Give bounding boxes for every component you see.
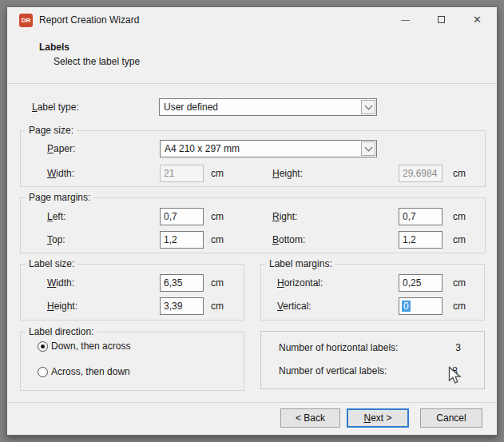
vertical-margin-label: Vertical: [277,297,312,315]
header-separator [7,83,497,84]
margin-left-unit: cm [211,208,224,225]
labels-summary-panel: Number of horizontal labels: 3 Number of… [260,331,485,389]
margin-bottom-input[interactable] [399,231,442,249]
chevron-down-icon [364,102,372,110]
label-type-dropdown-button[interactable] [361,100,375,114]
label-height-input[interactable] [160,297,204,315]
label-type-value: User defined [164,99,218,115]
page-height-input [399,165,442,182]
radio-label: Down, then across [51,340,130,352]
label-direction-group: Label direction: Down, then across Acros… [20,332,244,391]
cancel-button[interactable]: Cancel [420,408,482,428]
page-size-legend: Page size: [26,125,77,137]
horizontal-margin-label: Horizontal: [277,274,323,292]
margin-right-unit: cm [453,208,466,225]
page-width-input [160,165,204,182]
paper-label: Paper: [47,140,75,157]
margin-top-label: Top: [47,231,65,249]
page-height-label: Height: [272,165,303,182]
radio-button-icon[interactable] [38,341,48,352]
radio-down-then-across[interactable]: Down, then across [38,338,130,354]
next-button[interactable]: Next > [347,408,409,428]
page-width-unit: cm [211,165,224,182]
paper-value: A4 210 x 297 mm [165,141,240,157]
horizontal-labels-count-value: 3 [442,340,461,356]
paper-select[interactable]: A4 210 x 297 mm [160,140,377,157]
maximize-icon [438,16,445,23]
label-type-label: Label type: [32,98,79,116]
page-size-group: Page size: Paper: A4 210 x 297 mm Width:… [20,130,486,187]
vertical-labels-count-value: 8 [439,363,458,379]
footer-separator [7,402,497,403]
page-margins-legend: Page margins: [26,192,93,204]
vertical-labels-count-label: Number of vertical labels: [279,363,387,379]
label-height-label: Height: [47,297,77,315]
vertical-margin-input[interactable]: 0 [399,297,442,315]
minimize-button[interactable]: — [387,7,423,31]
margin-top-unit: cm [211,231,224,249]
radio-button-icon[interactable] [38,367,48,377]
margin-right-label: Right: [272,208,297,225]
app-icon: DR [19,14,33,27]
back-button[interactable]: < Back [280,408,340,428]
close-icon: ✕ [473,14,482,26]
label-width-label: Width: [47,274,74,292]
margin-left-label: Left: [47,208,65,225]
margin-top-input[interactable] [160,231,204,249]
page-subtitle: Select the label type [54,56,140,67]
label-width-input[interactable] [160,274,204,292]
vertical-margin-unit: cm [453,297,466,315]
paper-dropdown-button[interactable] [361,141,375,156]
horizontal-margin-unit: cm [453,274,466,292]
radio-across-then-down[interactable]: Across, then down [38,364,130,380]
radio-label: Across, then down [51,366,130,377]
title-bar: DR Report Creation Wizard — ✕ [7,7,497,33]
label-height-unit: cm [211,297,224,315]
label-width-unit: cm [211,274,224,292]
window-title: Report Creation Wizard [39,14,139,26]
page-margins-group: Page margins: Left: cm Right: cm Top: cm… [20,197,486,253]
label-size-group: Label size: Width: cm Height: cm [20,264,244,321]
margin-bottom-unit: cm [453,231,466,249]
label-margins-legend: Label margins: [266,258,335,270]
horizontal-labels-count-label: Number of horizontal labels: [279,340,398,356]
selected-text: 0 [402,301,411,312]
margin-left-input[interactable] [160,208,204,225]
minimize-icon: — [401,14,410,24]
close-button[interactable]: ✕ [459,7,495,31]
margin-right-input[interactable] [399,208,442,225]
page-width-label: Width: [47,165,74,182]
label-type-select[interactable]: User defined [159,98,377,116]
report-creation-wizard-window: DR Report Creation Wizard — ✕ Labels Sel… [6,6,498,436]
label-margins-group: Label margins: Horizontal: cm Vertical: … [260,264,485,321]
page-title: Labels [39,42,69,53]
label-size-legend: Label size: [26,258,77,270]
maximize-button[interactable] [423,7,459,31]
label-direction-legend: Label direction: [26,326,97,338]
horizontal-margin-input[interactable] [399,274,442,292]
margin-bottom-label: Bottom: [272,231,305,249]
page-height-unit: cm [453,165,466,182]
chevron-down-icon [364,143,372,151]
